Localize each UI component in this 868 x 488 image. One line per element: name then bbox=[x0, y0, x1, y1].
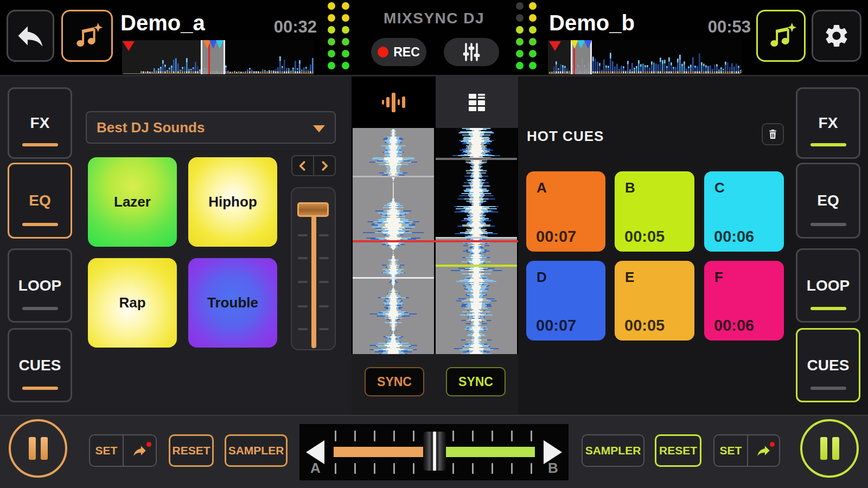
tab-eq[interactable]: EQ bbox=[796, 163, 860, 239]
level-led bbox=[529, 2, 537, 10]
tab-label: FX bbox=[819, 114, 838, 132]
deck-b-overview-waveform[interactable] bbox=[548, 40, 742, 74]
crossfader-tick bbox=[511, 431, 513, 441]
deck-a-sync-button[interactable]: SYNC bbox=[365, 367, 424, 396]
sample-bank-pager bbox=[291, 155, 336, 176]
back-button[interactable] bbox=[7, 10, 54, 62]
deck-b-share-button[interactable] bbox=[748, 435, 779, 466]
deck-b-set-button[interactable]: SET bbox=[714, 435, 747, 466]
tab-underline bbox=[22, 223, 58, 226]
waveform-view-tab[interactable] bbox=[353, 76, 434, 128]
notification-dot bbox=[146, 442, 151, 447]
level-led bbox=[342, 14, 349, 22]
cue-time: 00:07 bbox=[536, 317, 576, 335]
playhead-line bbox=[353, 240, 518, 242]
prev-bank-button[interactable] bbox=[292, 156, 313, 175]
hot-cues-title: HOT CUES bbox=[527, 128, 604, 145]
level-led bbox=[328, 38, 335, 46]
tab-loop[interactable]: LOOP bbox=[8, 248, 72, 323]
deck-a-set-button[interactable]: SET bbox=[90, 435, 123, 466]
tab-cues[interactable]: CUES bbox=[796, 328, 860, 402]
crossfader[interactable]: A B bbox=[299, 424, 569, 480]
deck-a-share-button[interactable] bbox=[124, 435, 156, 466]
crossfader-label-b: B bbox=[548, 460, 558, 477]
next-bank-button[interactable] bbox=[314, 156, 335, 175]
crossfader-tick bbox=[452, 463, 454, 474]
deck-a-level-meter bbox=[328, 2, 349, 69]
deck-b-reset-button[interactable]: RESET bbox=[655, 434, 701, 467]
deck-b-sampler-button[interactable]: SAMPLER bbox=[582, 434, 644, 467]
record-button[interactable]: REC bbox=[371, 38, 426, 66]
crossfader-tick bbox=[393, 431, 395, 441]
tab-label: FX bbox=[30, 114, 50, 132]
sample-pad-hiphop[interactable]: Hiphop bbox=[188, 157, 277, 247]
slider-tick bbox=[298, 305, 308, 307]
slider-handle[interactable] bbox=[297, 202, 329, 217]
tab-underline bbox=[810, 223, 846, 226]
deck-b-grid-line bbox=[436, 158, 517, 160]
hot-cue-pad-d[interactable]: D00:07 bbox=[526, 261, 605, 341]
app-title: MIXSYNC DJ bbox=[358, 10, 510, 27]
hot-cue-pad-f[interactable]: F00:06 bbox=[704, 261, 784, 341]
sample-pad-trouble[interactable]: Trouble bbox=[188, 258, 277, 348]
slider-tick bbox=[298, 328, 308, 330]
slider-tick bbox=[319, 328, 329, 330]
level-led bbox=[342, 62, 349, 69]
crossfader-tick bbox=[354, 463, 356, 474]
hot-cue-pad-a[interactable]: A00:07 bbox=[526, 171, 605, 252]
sample-pad-rap[interactable]: Rap bbox=[88, 258, 177, 348]
deck-a-overview-waveform[interactable] bbox=[122, 40, 315, 74]
crossfader-tick bbox=[374, 431, 375, 441]
crossfader-tick bbox=[335, 463, 336, 474]
level-led bbox=[529, 14, 537, 22]
clear-cues-button[interactable] bbox=[762, 123, 784, 145]
level-led bbox=[516, 14, 524, 22]
crossfader-tick bbox=[492, 463, 493, 474]
tab-eq[interactable]: EQ bbox=[8, 163, 72, 239]
tab-label: CUES bbox=[807, 357, 850, 374]
crossfader-tick bbox=[452, 431, 454, 441]
sampler-volume-slider[interactable] bbox=[291, 187, 336, 350]
tab-fx[interactable]: FX bbox=[8, 87, 72, 159]
pads-grid-icon bbox=[468, 92, 486, 113]
deck-b-pause-button[interactable] bbox=[800, 419, 859, 478]
pads-view-tab[interactable] bbox=[436, 76, 518, 128]
tab-cues[interactable]: CUES bbox=[8, 328, 72, 402]
tab-fx[interactable]: FX bbox=[796, 87, 860, 159]
deck-a-pause-button[interactable] bbox=[9, 419, 67, 478]
mixer-button[interactable] bbox=[444, 38, 499, 66]
hot-cue-pad-c[interactable]: C00:06 bbox=[704, 171, 784, 252]
level-led bbox=[516, 38, 524, 46]
chevron-right-icon bbox=[317, 159, 331, 173]
sound-bank-select[interactable]: Best DJ Sounds bbox=[86, 111, 336, 144]
settings-button[interactable] bbox=[812, 10, 861, 62]
deck-a-reset-button[interactable]: RESET bbox=[169, 434, 214, 467]
level-led bbox=[328, 50, 335, 57]
deck-b-library-button[interactable] bbox=[756, 10, 806, 62]
deck-b-cue-line bbox=[436, 237, 517, 239]
crossfader-bar-b bbox=[445, 447, 535, 457]
share-arrow-icon bbox=[756, 442, 772, 459]
pause-icon bbox=[29, 437, 36, 460]
deck-a-sampler-button[interactable]: SAMPLER bbox=[225, 434, 288, 467]
tab-loop[interactable]: LOOP bbox=[796, 248, 860, 323]
slider-tick bbox=[319, 305, 329, 307]
deck-a-library-button[interactable] bbox=[61, 10, 113, 62]
chevron-left-icon bbox=[296, 159, 310, 173]
waveform-icon-bar bbox=[392, 93, 395, 112]
level-led bbox=[328, 26, 335, 34]
crossfader-handle[interactable] bbox=[423, 432, 446, 471]
level-led bbox=[529, 26, 537, 34]
chevron-down-icon bbox=[313, 125, 325, 132]
deck-a-time: 00:32 bbox=[233, 17, 317, 37]
deck-b-sync-button[interactable]: SYNC bbox=[446, 367, 506, 396]
deck-b-loop-line bbox=[436, 265, 517, 267]
mixer-sliders-icon bbox=[461, 41, 482, 63]
level-led bbox=[529, 62, 537, 69]
record-label: REC bbox=[393, 45, 420, 60]
sample-pad-lazer[interactable]: Lazer bbox=[88, 157, 177, 247]
slider-tick bbox=[319, 281, 329, 283]
hot-cue-pad-e[interactable]: E00:05 bbox=[615, 261, 694, 341]
deck-a-title: Demo_a bbox=[120, 11, 205, 35]
hot-cue-pad-b[interactable]: B00:05 bbox=[615, 171, 694, 252]
